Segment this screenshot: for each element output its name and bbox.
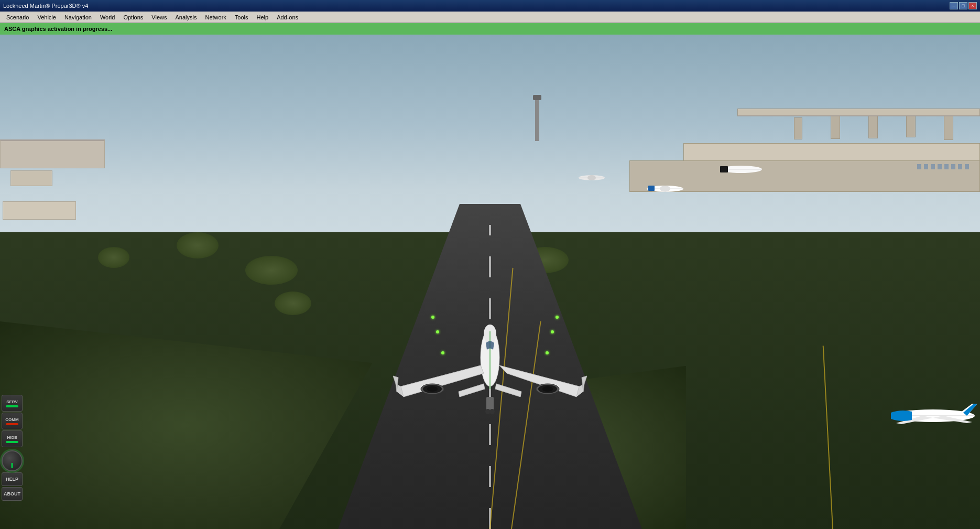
viewport: SERV COMM HIDE HELP ABOUT <box>0 35 980 529</box>
svg-rect-9 <box>720 166 728 172</box>
menu-bar: Scenario Vehicle Navigation World Option… <box>0 12 980 23</box>
buildings-left <box>0 134 245 257</box>
help-label: HELP <box>6 477 18 482</box>
menu-network[interactable]: Network <box>201 13 230 21</box>
menu-navigation[interactable]: Navigation <box>60 13 96 21</box>
dial-container <box>2 450 23 471</box>
tree-cluster-4 <box>275 292 311 315</box>
status-bar: ASCA graphics activation in progress... <box>0 23 980 35</box>
about-button[interactable]: ABOUT <box>2 487 23 501</box>
hide-label: HIDE <box>7 435 17 440</box>
comm-indicator <box>6 423 18 425</box>
gate-structure-4 <box>831 114 840 139</box>
control-tower <box>535 99 539 141</box>
menu-help[interactable]: Help <box>253 13 273 21</box>
menu-views[interactable]: Views <box>147 13 171 21</box>
grass-left <box>0 321 373 529</box>
menu-scenario[interactable]: Scenario <box>2 13 33 21</box>
serv-label: SERV <box>6 400 18 404</box>
title-bar-controls: – □ × <box>950 2 977 9</box>
comm-button[interactable]: COMM <box>2 413 23 429</box>
building-left-3 <box>3 201 76 220</box>
main-aircraft <box>390 316 590 420</box>
about-label: ABOUT <box>4 491 20 496</box>
close-button[interactable]: × <box>968 2 977 9</box>
menu-vehicle[interactable]: Vehicle <box>33 13 60 21</box>
svg-point-16 <box>427 386 438 392</box>
serv-button[interactable]: SERV <box>2 395 23 412</box>
minimize-button[interactable]: – <box>950 2 958 9</box>
app-title: Lockheed Martin® Prepar3D® v4 <box>3 3 88 9</box>
volume-dial[interactable] <box>2 450 23 471</box>
menu-addons[interactable]: Add-ons <box>273 13 302 21</box>
hide-button[interactable]: HIDE <box>2 430 23 447</box>
menu-options[interactable]: Options <box>119 13 147 21</box>
title-bar: Lockheed Martin® Prepar3D® v4 – □ × <box>0 0 980 12</box>
tree-cluster-3 <box>245 256 298 285</box>
menu-world[interactable]: World <box>96 13 119 21</box>
parked-aircraft-1 <box>576 173 607 182</box>
parked-aircraft-2 <box>644 183 686 195</box>
help-button[interactable]: HELP <box>2 472 23 486</box>
buildings-right <box>441 109 981 282</box>
svg-point-19 <box>542 386 553 392</box>
menu-analysis[interactable]: Analysis <box>171 13 201 21</box>
maximize-button[interactable]: □ <box>959 2 967 9</box>
svg-point-5 <box>660 186 670 192</box>
svg-rect-6 <box>648 186 655 191</box>
menu-tools[interactable]: Tools <box>231 13 253 21</box>
parked-aircraft-4 <box>886 401 980 430</box>
comm-label: COMM <box>5 417 18 422</box>
building-left-2 <box>10 170 52 186</box>
terminal-windows <box>917 164 969 169</box>
control-tower-top <box>533 95 541 100</box>
status-text: ASCA graphics activation in progress... <box>4 26 112 32</box>
title-bar-title: Lockheed Martin® Prepar3D® v4 <box>3 3 88 9</box>
hide-indicator <box>6 441 18 443</box>
building-left-4 <box>0 139 105 168</box>
terminal-canopy <box>737 109 980 116</box>
svg-point-2 <box>587 175 596 180</box>
parked-aircraft-3 <box>717 163 765 176</box>
gate-structure-5 <box>794 117 802 139</box>
serv-indicator <box>6 405 18 407</box>
left-panel: SERV COMM HIDE HELP ABOUT <box>0 393 24 529</box>
svg-point-22 <box>489 409 495 414</box>
dial-indicator <box>12 463 13 468</box>
